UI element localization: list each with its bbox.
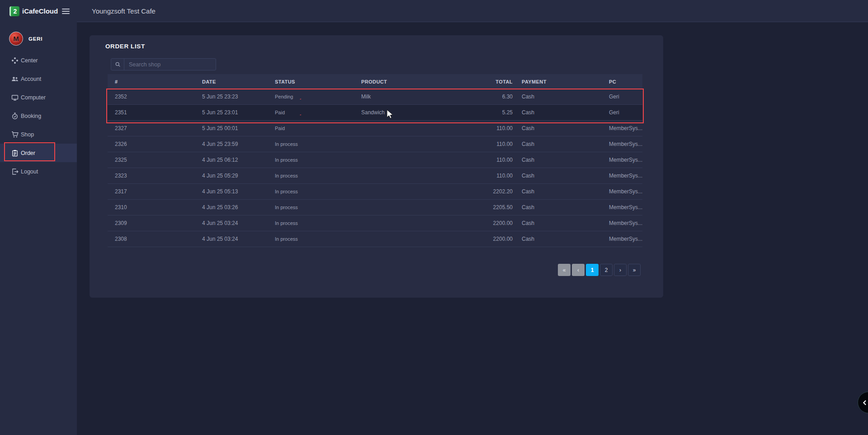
order-id: 2309 — [108, 220, 195, 226]
order-pc: MemberSys... — [602, 173, 642, 179]
table-row[interactable]: 23515 Jun 25 23:01PaidSandwich5.25CashGe… — [108, 105, 642, 121]
order-date: 4 Jun 25 06:12 — [195, 157, 268, 163]
order-pc: MemberSys... — [602, 188, 642, 195]
content-area: ORDER LIST #DATESTATUSPRODUCTTOTALPAYMEN… — [77, 22, 868, 435]
booking-icon — [11, 112, 19, 120]
table-row[interactable]: 23104 Jun 25 03:26In process2205.50CashM… — [108, 200, 642, 215]
sidebar-item-account[interactable]: Account — [0, 70, 77, 88]
table-row[interactable]: 23525 Jun 25 23:23PendingMilk6.30CashGer… — [108, 89, 642, 105]
order-pc: MemberSys... — [602, 220, 642, 226]
page-1-button[interactable]: 1 — [586, 264, 599, 276]
order-status: In process — [268, 173, 354, 178]
order-payment: Cash — [514, 204, 602, 210]
order-total: 2200.00 — [440, 220, 514, 226]
column-header-pc: PC — [602, 79, 642, 84]
sidebar-item-label: Computer — [21, 94, 46, 101]
annotation-arrow-icon — [293, 98, 330, 99]
order-id: 2317 — [108, 188, 195, 195]
table-row[interactable]: 23094 Jun 25 03:24In process2200.00CashM… — [108, 215, 642, 231]
order-pc: MemberSys... — [602, 204, 642, 210]
brand-name: iCafeCloud — [22, 7, 58, 15]
order-status: In process — [268, 189, 354, 194]
page-prev-button[interactable]: ‹ — [572, 264, 585, 276]
order-pc: MemberSys... — [602, 141, 642, 147]
order-status: Paid — [268, 110, 354, 115]
order-total: 110.00 — [440, 173, 514, 179]
column-header-status: STATUS — [268, 79, 354, 84]
logout-icon — [11, 168, 19, 175]
table-header-row: #DATESTATUSPRODUCTTOTALPAYMENTPC — [108, 74, 642, 89]
order-payment: Cash — [514, 109, 602, 116]
order-date: 4 Jun 25 03:26 — [195, 204, 268, 210]
main-area: Youngzsoft Test Cafe ORDER LIST #DATESTA… — [77, 0, 868, 435]
order-payment: Cash — [514, 157, 602, 163]
brand-icon: 2 — [9, 6, 19, 16]
user-name: GERI — [28, 36, 42, 42]
order-date: 4 Jun 25 05:13 — [195, 188, 268, 195]
sidebar-item-booking[interactable]: Booking — [0, 107, 77, 125]
order-payment: Cash — [514, 220, 602, 226]
page-last-button[interactable]: » — [628, 264, 641, 276]
order-total: 2205.50 — [440, 204, 514, 210]
order-id: 2308 — [108, 236, 195, 242]
order-total: 6.30 — [440, 94, 514, 100]
order-total: 110.00 — [440, 141, 514, 147]
brand-row: 2 iCafeCloud — [0, 0, 77, 22]
search-box — [111, 58, 216, 70]
sidebar-item-label: Logout — [21, 168, 38, 175]
app-root: 2 iCafeCloud M GERI CenterAccountCompute… — [0, 0, 868, 435]
column-header-payment: PAYMENT — [514, 79, 602, 84]
table-row[interactable]: 23254 Jun 25 06:12In process110.00CashMe… — [108, 152, 642, 168]
column-header-num: # — [108, 79, 195, 84]
order-icon — [11, 150, 19, 157]
chevron-left-icon — [861, 399, 868, 407]
sidebar-item-center[interactable]: Center — [0, 51, 77, 70]
order-product: Milk — [354, 94, 440, 100]
order-date: 4 Jun 25 03:24 — [195, 220, 268, 226]
sidebar-item-shop[interactable]: Shop — [0, 125, 77, 144]
sidebar-item-label: Account — [21, 76, 41, 82]
page-next-button[interactable]: › — [614, 264, 627, 276]
order-total: 5.25 — [440, 109, 514, 116]
user-row: M GERI — [0, 32, 77, 46]
table-body: 23525 Jun 25 23:23PendingMilk6.30CashGer… — [108, 89, 642, 247]
order-id: 2325 — [108, 157, 195, 163]
order-pc: MemberSys... — [602, 125, 642, 131]
sidebar-item-label: Center — [21, 57, 38, 64]
search-icon — [111, 59, 124, 70]
search-input[interactable] — [124, 59, 216, 70]
sidebar: 2 iCafeCloud M GERI CenterAccountCompute… — [0, 0, 77, 435]
pagination: «‹12›» — [558, 264, 641, 276]
table-row[interactable]: 23275 Jun 25 00:01Paid110.00CashMemberSy… — [108, 121, 642, 136]
order-id: 2327 — [108, 125, 195, 131]
order-pc: Geri — [602, 94, 642, 100]
sidebar-item-logout[interactable]: Logout — [0, 162, 77, 181]
sidebar-item-computer[interactable]: Computer — [0, 88, 77, 107]
order-status: Pending — [268, 94, 354, 99]
avatar[interactable]: M — [9, 32, 23, 46]
page-title: Youngzsoft Test Cafe — [92, 7, 156, 15]
order-status: In process — [268, 220, 354, 226]
order-list-card: ORDER LIST #DATESTATUSPRODUCTTOTALPAYMEN… — [90, 35, 663, 298]
page-2-button[interactable]: 2 — [600, 264, 613, 276]
table-row[interactable]: 23234 Jun 25 05:29In process110.00CashMe… — [108, 168, 642, 184]
sidebar-item-order[interactable]: Order — [0, 144, 77, 162]
top-header: Youngzsoft Test Cafe — [77, 0, 868, 22]
order-payment: Cash — [514, 94, 602, 100]
table-row[interactable]: 23264 Jun 25 23:59In process110.00CashMe… — [108, 136, 642, 152]
table-row[interactable]: 23174 Jun 25 05:13In process2202.20CashM… — [108, 184, 642, 200]
column-header-total: TOTAL — [440, 79, 514, 84]
annotation-arrow-icon — [293, 114, 330, 115]
order-date: 5 Jun 25 23:23 — [195, 94, 268, 100]
menu-toggle-icon[interactable] — [62, 9, 70, 14]
order-total: 110.00 — [440, 157, 514, 163]
page-first-button[interactable]: « — [558, 264, 571, 276]
order-total: 2202.20 — [440, 188, 514, 195]
order-id: 2351 — [108, 109, 195, 116]
table-row[interactable]: 23084 Jun 25 03:24In process2200.00CashM… — [108, 231, 642, 247]
orders-table: #DATESTATUSPRODUCTTOTALPAYMENTPC 23525 J… — [108, 74, 642, 247]
order-status: In process — [268, 236, 354, 242]
order-payment: Cash — [514, 173, 602, 179]
order-total: 110.00 — [440, 125, 514, 131]
order-id: 2352 — [108, 94, 195, 100]
